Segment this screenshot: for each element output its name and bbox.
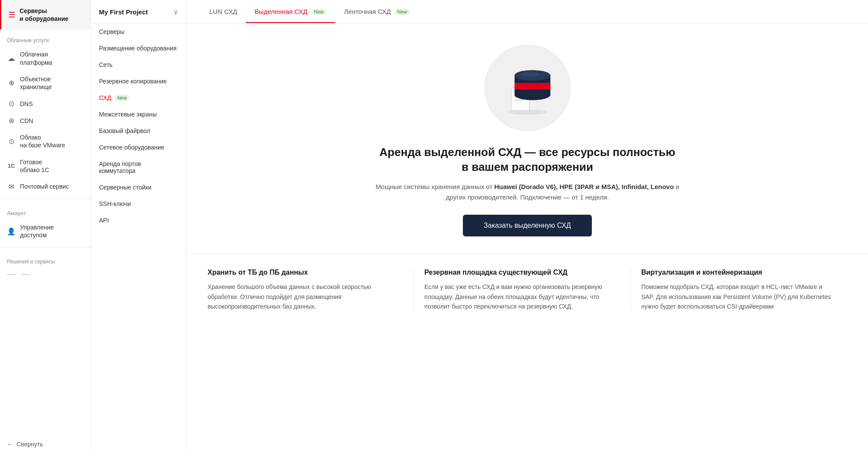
- nav-item-backup[interactable]: Резервное копирование: [91, 73, 186, 90]
- 1c-icon: 1С: [7, 163, 16, 169]
- sidebar-item-label: Готовоеоблако 1С: [20, 158, 49, 174]
- tab-dedicated-badge: New: [311, 9, 327, 15]
- sidebar: ☰ Серверы и оборудование Облачные услуги…: [0, 0, 91, 452]
- nav-item-firewalls[interactable]: Межсетевые экраны: [91, 106, 186, 123]
- feature-store-data-desc: Хранение большого объема данных с высоко…: [208, 282, 403, 311]
- feature-backup-site: Резервная площадка существующей СХД Если…: [413, 268, 630, 312]
- section-title-account: Аккаунт: [0, 203, 91, 219]
- sidebar-section-account: Аккаунт 👤 Управлениедоступом: [0, 203, 91, 243]
- nav-item-ssh-keys[interactable]: SSH-ключи: [91, 196, 186, 212]
- features-section: Хранить от ТБ до ПБ данных Хранение боль…: [187, 254, 868, 326]
- nav-item-label: СХД: [99, 94, 111, 101]
- servers-icon: ☰: [8, 10, 15, 20]
- project-chevron-icon[interactable]: ∨: [173, 8, 178, 16]
- sidebar-item-label: Облачнаяплатформа: [20, 50, 52, 66]
- sidebar-item-label: Объектноехранилище: [20, 75, 52, 91]
- nav-item-storage[interactable]: СХД New: [91, 90, 186, 106]
- tab-tape-badge: New: [394, 9, 410, 15]
- tab-lun-label: LUN СХД: [209, 8, 237, 15]
- sidebar-item-label: Почтовый сервис: [20, 183, 69, 190]
- nav-item-port-rent[interactable]: Аренда портов коммутатора: [91, 156, 186, 179]
- nav-items-list: Серверы Размещение оборудования Сеть Рез…: [91, 23, 186, 229]
- nav-item-label: API: [99, 217, 109, 224]
- feature-virtualization-title: Виртуализация и контейнеризация: [641, 268, 837, 277]
- nav-item-label: Резервное копирование: [99, 78, 167, 85]
- sidebar-item-vmware[interactable]: ⊙ Облакона базе VMware: [0, 129, 91, 153]
- project-title: My First Project: [99, 8, 148, 16]
- sidebar-servers-hardware[interactable]: ☰ Серверы и оборудование: [0, 0, 91, 30]
- sidebar-item-cloud-platform[interactable]: ☁ Облачнаяплатформа: [0, 46, 91, 70]
- collapse-label: Свернуть: [17, 441, 43, 448]
- feature-backup-site-title: Резервная площадка существующей СХД: [424, 268, 620, 277]
- order-button[interactable]: Заказать выделенную СХД: [463, 215, 592, 236]
- feature-store-data: Хранить от ТБ до ПБ данных Хранение боль…: [208, 268, 413, 312]
- nav-item-label: Серверы: [99, 28, 125, 35]
- hero-desc-brands: Huawei (Dorado V6), HPE (3PAR и MSA), In…: [494, 183, 673, 190]
- section-title-solutions: Решения и сервисы: [0, 251, 91, 267]
- hero-desc-prefix: Мощные системы хранения данных от: [376, 183, 495, 190]
- access-icon: 👤: [7, 227, 16, 236]
- nav-item-label: Серверные стойки: [99, 184, 152, 191]
- middle-nav: My First Project ∨ Серверы Размещение об…: [91, 0, 187, 452]
- svg-rect-7: [515, 83, 551, 90]
- mail-icon: ✉: [7, 183, 16, 191]
- nav-item-label: Сетевое оборудование: [99, 144, 164, 151]
- tab-dedicated[interactable]: Выделенная СХД New: [246, 0, 335, 23]
- sidebar-item-access[interactable]: 👤 Управлениедоступом: [0, 219, 91, 243]
- hero-section: Аренда выделенной СХД — все ресурсы полн…: [187, 23, 868, 254]
- divider: [0, 247, 91, 247]
- sidebar-item-label: CDN: [20, 117, 33, 125]
- sidebar-item-label: DNS: [20, 100, 33, 108]
- storage-illustration: [495, 57, 560, 118]
- tab-lun[interactable]: LUN СХД: [201, 0, 246, 23]
- sidebar-item-1c[interactable]: 1С Готовоеоблако 1С: [0, 154, 91, 178]
- vmware-icon: ⊙: [7, 137, 16, 146]
- sidebar-item-mail[interactable]: ✉ Почтовый сервис: [0, 178, 91, 195]
- divider: [0, 199, 91, 199]
- collapse-button[interactable]: ← Свернуть: [0, 436, 91, 452]
- feature-virtualization: Виртуализация и контейнеризация Поможем …: [630, 268, 847, 312]
- nav-item-label: Межсетевые экраны: [99, 111, 157, 118]
- sidebar-top-label: Серверы и оборудование: [20, 7, 69, 23]
- nav-item-network[interactable]: Сеть: [91, 56, 186, 73]
- tab-tape[interactable]: Ленточная СХД New: [335, 0, 419, 23]
- nav-item-label: Размещение оборудования: [99, 45, 177, 52]
- sidebar-item-dns[interactable]: ⊙ DNS: [0, 95, 91, 112]
- nav-item-api[interactable]: API: [91, 212, 186, 229]
- svg-point-10: [521, 72, 539, 77]
- tab-tape-label: Ленточная СХД: [344, 8, 391, 15]
- svg-point-8: [515, 90, 551, 100]
- sidebar-section-solutions: Решения и сервисы — —: [0, 251, 91, 282]
- sidebar-item-cdn[interactable]: ⊛ CDN: [0, 112, 91, 129]
- nav-item-servers[interactable]: Серверы: [91, 23, 186, 40]
- collapse-icon: ←: [7, 441, 13, 448]
- nav-item-server-racks[interactable]: Серверные стойки: [91, 179, 186, 196]
- section-title-cloud: Облачные услуги: [0, 30, 91, 46]
- nav-item-label: SSH-ключи: [99, 200, 131, 207]
- sidebar-section-cloud: Облачные услуги ☁ Облачнаяплатформа ⊕ Об…: [0, 30, 91, 195]
- feature-store-data-title: Хранить от ТБ до ПБ данных: [208, 268, 403, 277]
- nav-item-placement[interactable]: Размещение оборудования: [91, 40, 186, 56]
- tab-dedicated-label: Выделенная СХД: [254, 8, 307, 15]
- storage-badge: New: [115, 95, 129, 101]
- project-header: My First Project ∨: [91, 0, 186, 23]
- main-content: LUN СХД Выделенная СХД New Ленточная СХД…: [187, 0, 868, 452]
- hero-image: [484, 44, 571, 131]
- cloud-icon: ☁: [7, 54, 16, 63]
- nav-item-label: Аренда портов коммутатора: [99, 160, 178, 174]
- nav-item-label: Базовый файрвол: [99, 127, 150, 134]
- hero-desc: Мощные системы хранения данных от Huawei…: [376, 182, 680, 203]
- nav-item-base-firewall[interactable]: Базовый файрвол: [91, 123, 186, 139]
- feature-virtualization-desc: Поможем подобрать СХД, которая входит в …: [641, 282, 837, 311]
- sidebar-item-object-storage[interactable]: ⊕ Объектноехранилище: [0, 71, 91, 95]
- sidebar-item-label: Управлениедоступом: [20, 223, 54, 239]
- feature-backup-site-desc: Если у вас уже есть СХД и вам нужно орга…: [424, 282, 620, 311]
- object-storage-icon: ⊕: [7, 79, 16, 87]
- sidebar-item-label: Облакона базе VMware: [20, 133, 65, 149]
- nav-item-label: Сеть: [99, 61, 112, 68]
- dns-icon: ⊙: [7, 100, 16, 108]
- cdn-icon: ⊛: [7, 116, 16, 125]
- solutions-placeholder: — —: [0, 267, 91, 282]
- nav-item-network-equipment[interactable]: Сетевое оборудование: [91, 139, 186, 156]
- tabs-bar: LUN СХД Выделенная СХД New Ленточная СХД…: [187, 0, 868, 23]
